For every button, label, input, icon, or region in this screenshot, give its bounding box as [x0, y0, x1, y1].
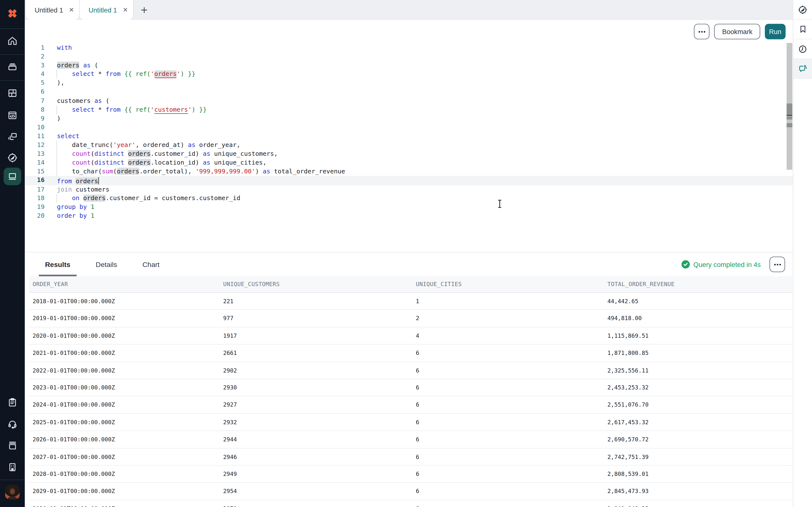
code-line-content: orders as (	[57, 61, 98, 70]
table-row[interactable]: 2025-01-01T00:00:00.000Z293262,617,453.3…	[29, 414, 792, 431]
table-row[interactable]: 2027-01-01T00:00:00.000Z294662,742,751.3…	[29, 448, 792, 466]
line-number: 16	[25, 176, 44, 185]
code-line-content: date_trunc('year', ordered_at) as order_…	[57, 141, 240, 150]
table-cell: 2661	[223, 345, 416, 361]
line-number: 3	[25, 61, 44, 70]
table-cell: 1	[416, 293, 608, 309]
plus-icon	[141, 6, 148, 13]
table-cell: 2019-01-01T00:00:00.000Z	[33, 310, 223, 327]
line-number: 8	[25, 105, 44, 114]
code-line: 4 select * from {{ ref('orders') }}	[25, 70, 793, 79]
rail-item-explore[interactable]	[793, 0, 812, 19]
run-button[interactable]: Run	[765, 24, 785, 39]
table-row[interactable]: 2029-01-01T00:00:00.000Z295462,845,473.9…	[29, 483, 792, 500]
table-cell: 1,841,049.32	[608, 500, 793, 507]
tab-label: Results	[45, 260, 70, 268]
sidebar-item-organization[interactable]	[6, 461, 19, 473]
table-cell: 2030-01-01T00:00:00.000Z	[33, 500, 223, 507]
column-header[interactable]: UNIQUE_CUSTOMERS	[223, 276, 416, 292]
code-line-content: to_char(sum(orders.order_total), '999,99…	[57, 167, 345, 176]
code-line: 10	[25, 123, 793, 132]
sidebar-item-home[interactable]	[6, 35, 19, 47]
sql-editor[interactable]: 1with23orders as (4 select * from {{ ref…	[25, 43, 793, 220]
table-cell: 2,453,253.32	[608, 379, 793, 396]
column-header[interactable]: TOTAL_ORDER_REVENUE	[608, 276, 793, 292]
table-cell: 6	[416, 414, 608, 430]
table-header: ORDER_YEARUNIQUE_CUSTOMERSUNIQUE_CITIEST…	[29, 276, 792, 293]
windows-cascade-icon	[7, 131, 18, 142]
table-cell: 2028-01-01T00:00:00.000Z	[33, 466, 223, 482]
code-line-content: with	[57, 43, 72, 52]
close-icon[interactable]: ✕	[122, 7, 128, 13]
table-cell: 2,690,570.72	[608, 431, 793, 448]
table-cell: 2024-01-01T00:00:00.000Z	[33, 397, 223, 413]
sidebar-item-projects[interactable]	[6, 87, 19, 100]
table-row[interactable]: 2022-01-01T00:00:00.000Z290262,325,556.1…	[29, 362, 792, 379]
sidebar-item-docs[interactable]	[6, 439, 19, 452]
rail-item-bookmarks[interactable]	[793, 19, 812, 39]
app-window: Untitled 1 ✕ Untitled 1 ✕ Bookmark Run 1…	[0, 0, 812, 507]
close-icon[interactable]: ✕	[69, 7, 74, 13]
table-cell: 1,115,869.51	[608, 328, 793, 344]
sidebar-item-changelog[interactable]	[6, 396, 19, 409]
table-cell: 6	[416, 397, 608, 413]
table-row[interactable]: 2030-01-01T00:00:00.000Z287961,841,049.3…	[29, 500, 792, 507]
code-line: 17join customers	[25, 185, 793, 194]
new-tab-button[interactable]	[137, 0, 152, 19]
tab-bar-filler	[152, 0, 793, 19]
table-row[interactable]: 2026-01-01T00:00:00.000Z294462,690,570.7…	[29, 431, 792, 448]
tab-details[interactable]: Details	[93, 252, 120, 276]
code-line: 18 on orders.customer_id = customers.cus…	[25, 194, 793, 203]
rail-item-ai-chat[interactable]	[793, 59, 812, 78]
hex-logo-icon[interactable]	[6, 7, 19, 20]
code-line-content: count(distinct orders.location_id) as un…	[57, 159, 266, 167]
bookmark-button[interactable]: Bookmark	[714, 24, 760, 39]
code-line-content: group by 1	[57, 203, 94, 211]
rail-item-history[interactable]	[793, 40, 812, 59]
table-cell: 6	[416, 345, 608, 361]
table-cell: 2927	[223, 397, 416, 413]
table-row[interactable]: 2019-01-01T00:00:00.000Z9772494,818.00	[29, 310, 792, 328]
line-number: 19	[25, 203, 44, 211]
table-cell: 1917	[223, 328, 416, 344]
compass-icon	[7, 152, 18, 163]
table-row[interactable]: 2028-01-01T00:00:00.000Z294962,808,539.0…	[29, 466, 792, 483]
sidebar-item-explore[interactable]	[6, 152, 19, 164]
tab-untitled-1[interactable]: Untitled 1 ✕	[26, 0, 80, 19]
code-line: 9)	[25, 114, 793, 123]
table-row[interactable]: 2018-01-01T00:00:00.000Z221144,442.65	[29, 293, 792, 310]
table-row[interactable]: 2023-01-01T00:00:00.000Z293062,453,253.3…	[29, 379, 792, 397]
table-row[interactable]: 2020-01-01T00:00:00.000Z191741,115,869.5…	[29, 328, 792, 345]
text-cursor-pointer	[497, 200, 502, 208]
tab-untitled-2-active[interactable]: Untitled 1 ✕	[80, 0, 134, 19]
table-cell: 494,818.00	[608, 310, 793, 327]
code-line-content: on orders.customer_id = customers.custom…	[57, 194, 240, 203]
user-avatar[interactable]	[5, 485, 19, 499]
cell-more-button[interactable]	[694, 24, 710, 39]
tab-results[interactable]: Results	[42, 252, 73, 276]
query-status: Query completed in 4s	[681, 252, 761, 276]
layout-grid-icon	[7, 88, 18, 99]
sidebar-item-support[interactable]	[6, 418, 19, 431]
code-line: 7customers as (	[25, 97, 793, 105]
results-more-button[interactable]	[770, 257, 785, 272]
sidebar-item-app-active[interactable]	[4, 168, 21, 185]
table-row[interactable]: 2024-01-01T00:00:00.000Z292762,551,076.7…	[29, 397, 792, 414]
table-cell: 6	[416, 379, 608, 396]
sidebar-item-screens[interactable]	[6, 130, 19, 143]
tab-chart[interactable]: Chart	[139, 252, 162, 276]
sidebar-item-code[interactable]	[6, 109, 19, 122]
success-check-icon	[681, 260, 690, 269]
screen-icon	[7, 171, 18, 182]
page-scrollbar-thumb[interactable]	[786, 103, 792, 115]
table-row[interactable]: 2021-01-01T00:00:00.000Z266161,871,800.8…	[29, 345, 792, 362]
sidebar-item-collections[interactable]	[6, 60, 19, 72]
column-header[interactable]: UNIQUE_CITIES	[416, 276, 608, 292]
left-sidebar	[0, 0, 25, 507]
column-header[interactable]: ORDER_YEAR	[33, 276, 223, 292]
more-icon	[701, 31, 703, 32]
table-cell: 2,808,539.01	[608, 466, 793, 482]
bookmark-icon	[798, 24, 808, 34]
line-number: 5	[25, 79, 44, 88]
line-number: 1	[25, 43, 44, 52]
